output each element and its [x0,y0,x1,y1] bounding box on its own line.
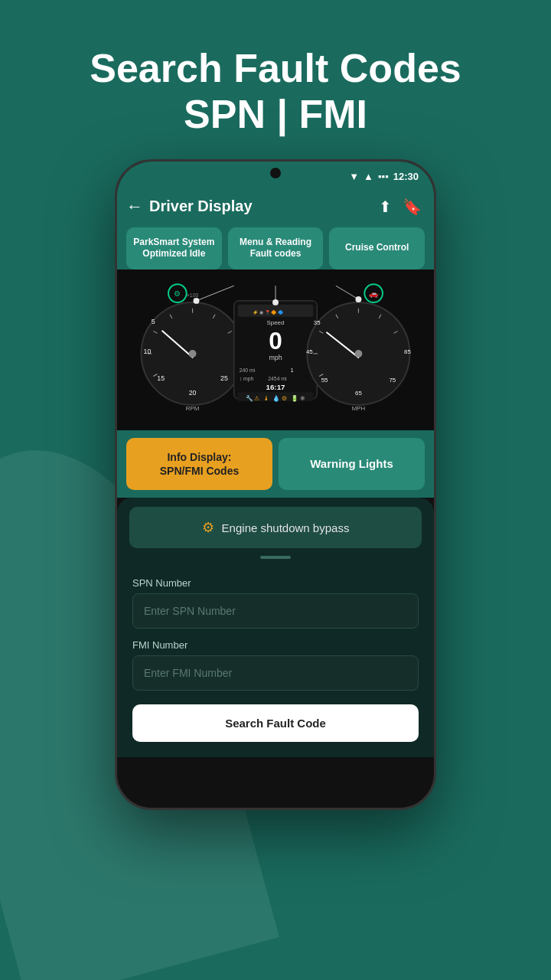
svg-text:65: 65 [355,390,362,397]
spn-input[interactable] [132,593,419,629]
bookmark-icon[interactable]: 🔖 [403,198,422,216]
svg-text:1: 1 [291,367,294,372]
svg-text:55: 55 [321,377,328,384]
share-icon[interactable]: ⬆ [379,198,392,216]
svg-point-55 [355,350,363,358]
search-form: SPN Number FMI Number Search Fault Code [129,570,422,742]
dashboard-display: 5 10 15 20 25 30 RPM ×100 ⚙ [117,270,434,430]
info-display-label: Info Display:SPN/FMI Codes [160,451,239,477]
signal-icon: ▲ [364,171,373,182]
cruise-control-button[interactable]: Cruise Control [329,227,425,270]
app-bar-title: Driver Display [149,198,253,215]
bottom-sheet: ⚙ Engine shutdown bypass SPN Number FMI … [117,498,434,757]
spn-label: SPN Number [132,577,419,589]
svg-text:❄: ❄ [300,395,305,402]
svg-text:85: 85 [404,348,411,355]
svg-text:15: 15 [157,374,165,382]
action-buttons-row: Info Display:SPN/FMI Codes Warning Light… [117,430,434,498]
engine-bypass-button[interactable]: ⚙ Engine shutdown bypass [129,507,422,548]
status-time: 12:30 [393,171,419,182]
svg-text:0: 0 [269,327,282,354]
search-fault-button[interactable]: Search Fault Code [132,704,419,742]
engine-bypass-label: Engine shutdown bypass [222,521,350,534]
wifi-icon: ▼ [349,171,359,182]
page-header: Search Fault Codes SPN | FMI [90,46,461,138]
svg-text:75: 75 [389,377,396,384]
svg-text:×100: ×100 [187,292,199,298]
svg-text:10: 10 [143,348,151,355]
dashboard-svg: 5 10 15 20 25 30 RPM ×100 ⚙ [117,270,434,430]
svg-text:25: 25 [220,374,228,382]
battery-icon: ▪▪▪ [378,171,389,182]
svg-text:16:17: 16:17 [266,383,285,391]
svg-text:↕ mph: ↕ mph [240,376,254,382]
svg-text:🚗: 🚗 [369,289,379,299]
svg-point-63 [355,296,361,302]
phone-mockup: ▼ ▲ ▪▪▪ 12:30 ← Driver Display ⬆ 🔖 ParkS… [115,159,436,810]
fmi-label: FMI Number [132,639,419,651]
back-button[interactable]: ← [126,197,143,217]
fmi-input[interactable] [132,655,419,691]
svg-text:mph: mph [269,354,282,361]
svg-text:MPH: MPH [352,405,366,412]
svg-text:💧: 💧 [272,394,280,402]
svg-text:2454 mi: 2454 mi [268,376,287,381]
svg-text:45: 45 [306,348,313,355]
svg-text:5: 5 [152,317,155,325]
svg-text:⚡ ◉ 📍 🔶 🔷: ⚡ ◉ 📍 🔶 🔷 [253,309,284,315]
svg-text:🌡: 🌡 [263,395,269,402]
drag-handle [260,556,291,559]
status-icons: ▼ ▲ ▪▪▪ 12:30 [349,171,419,182]
svg-text:⚠: ⚠ [254,395,259,402]
svg-text:🔧: 🔧 [246,394,253,402]
svg-text:⚙: ⚙ [282,395,287,402]
svg-text:35: 35 [314,319,321,326]
svg-text:20: 20 [189,389,197,397]
header-line1: Search Fault Codes [90,46,461,90]
menu-fault-button[interactable]: Menu & Reading Fault codes [228,227,324,270]
info-display-button[interactable]: Info Display:SPN/FMI Codes [126,438,272,490]
svg-text:Speed: Speed [267,319,285,326]
svg-point-59 [194,298,200,304]
parksmart-button[interactable]: ParkSmart System Optimized Idle [126,227,222,270]
svg-text:240 mi: 240 mi [240,367,256,372]
status-bar: ▼ ▲ ▪▪▪ 12:30 [117,162,434,189]
svg-point-16 [189,350,197,358]
svg-text:RPM: RPM [186,405,200,412]
engine-icon: ⚙ [202,519,214,536]
header-line2: SPN | FMI [184,92,367,136]
warning-lights-button[interactable]: Warning Lights [279,438,425,490]
svg-text:⚙: ⚙ [174,289,181,298]
camera-notch [270,168,281,178]
svg-text:🔋: 🔋 [291,394,298,402]
app-top-bar: ← Driver Display ⬆ 🔖 [117,189,434,227]
feature-buttons-row: ParkSmart System Optimized Idle Menu & R… [117,227,434,270]
